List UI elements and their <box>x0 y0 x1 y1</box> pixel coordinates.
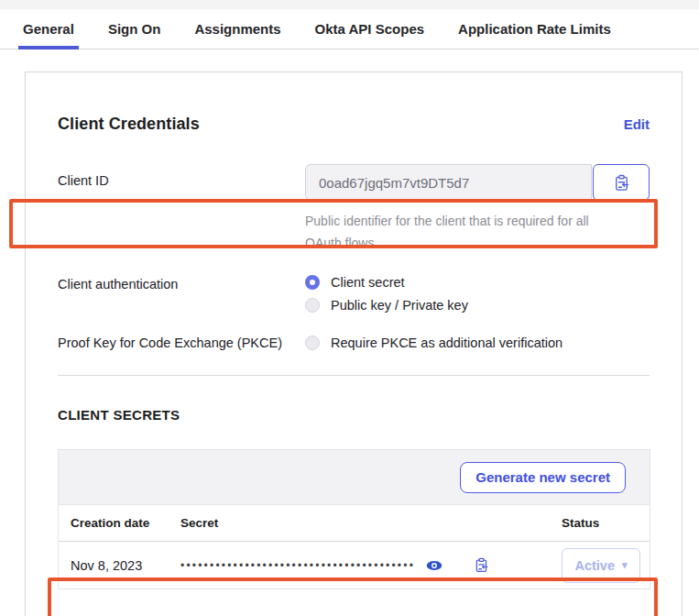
chevron-down-icon: ▾ <box>622 559 628 571</box>
general-settings-panel: Client Credentials Edit Client ID <box>25 72 683 616</box>
tab-sign-on[interactable]: Sign On <box>104 9 166 49</box>
client-id-help-text: Public identifier for the client that is… <box>305 210 621 254</box>
secrets-table-header: Creation date Secret Status <box>59 505 650 542</box>
client-authentication-row: Client authentication Client secret Publ… <box>58 268 650 313</box>
copy-secret-button[interactable] <box>472 556 491 575</box>
pkce-option-label: Require PKCE as additional verification <box>331 336 562 350</box>
secret-creation-date: Nov 8, 2023 <box>59 558 180 573</box>
section-title: Client Credentials <box>58 115 200 134</box>
clipboard-copy-icon <box>613 174 630 192</box>
option-client-secret[interactable]: Client secret <box>305 275 468 290</box>
copy-client-id-button[interactable] <box>593 164 650 201</box>
secret-cell: •••••••••••••••••••••••••••••••••••••••• <box>180 556 562 575</box>
section-divider <box>58 375 650 376</box>
column-header-status: Status <box>562 516 650 530</box>
pkce-label: Proof Key for Code Exchange (PKCE) <box>58 336 305 350</box>
checkbox-unchecked-icon[interactable] <box>305 336 320 350</box>
clipboard-copy-icon <box>474 557 489 573</box>
secret-table-row: Nov 8, 2023 ••••••••••••••••••••••••••••… <box>59 542 650 588</box>
pkce-option[interactable]: Require PKCE as additional verification <box>305 336 562 350</box>
top-chrome-strip <box>0 0 699 9</box>
radio-selected-icon[interactable] <box>305 275 320 290</box>
client-secrets-title: CLIENT SECRETS <box>58 407 650 423</box>
client-id-field-group <box>305 164 650 201</box>
status-label: Active <box>574 558 615 573</box>
column-header-secret: Secret <box>180 516 562 530</box>
tab-okta-api-scopes[interactable]: Okta API Scopes <box>311 9 430 49</box>
client-authentication-label: Client authentication <box>58 268 305 292</box>
client-id-row: Client ID <box>58 164 650 201</box>
tab-assignments[interactable]: Assignments <box>190 9 285 49</box>
secrets-table-toolbar: Generate new secret <box>59 450 650 505</box>
client-id-label: Client ID <box>58 164 305 188</box>
radio-unselected-icon[interactable] <box>305 298 320 313</box>
secret-status-dropdown[interactable]: Active ▾ <box>562 548 640 583</box>
tab-general[interactable]: General <box>18 9 79 49</box>
client-id-input[interactable] <box>305 164 592 201</box>
generate-new-secret-button[interactable]: Generate new secret <box>460 462 626 493</box>
client-credentials-header: Client Credentials Edit <box>58 115 650 134</box>
masked-secret-value: •••••••••••••••••••••••••••••••••••••••• <box>180 559 415 572</box>
client-authentication-options: Client secret Public key / Private key <box>305 268 468 313</box>
option-public-private-key-label: Public key / Private key <box>331 298 468 313</box>
reveal-secret-button[interactable] <box>424 558 444 573</box>
secret-status-cell: Active ▾ <box>562 548 650 583</box>
app-tabs: General Sign On Assignments Okta API Sco… <box>0 9 699 50</box>
option-client-secret-label: Client secret <box>331 275 405 290</box>
tab-application-rate-limits[interactable]: Application Rate Limits <box>453 9 616 49</box>
reveal-eye-icon <box>426 560 442 571</box>
option-public-private-key[interactable]: Public key / Private key <box>305 298 468 313</box>
pkce-row: Proof Key for Code Exchange (PKCE) Requi… <box>58 336 650 350</box>
edit-link[interactable]: Edit <box>624 116 650 132</box>
column-header-creation-date: Creation date <box>59 516 180 530</box>
client-secrets-table: Generate new secret Creation date Secret… <box>58 449 650 589</box>
